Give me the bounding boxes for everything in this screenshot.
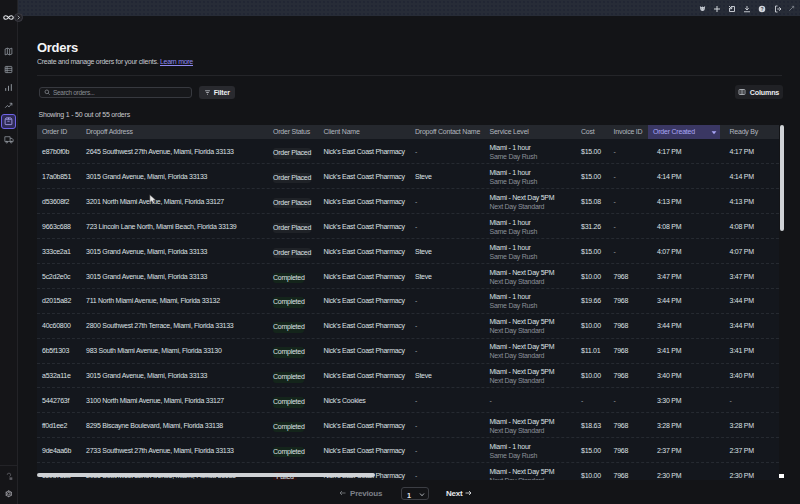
svg-text:?: ?	[761, 6, 764, 11]
